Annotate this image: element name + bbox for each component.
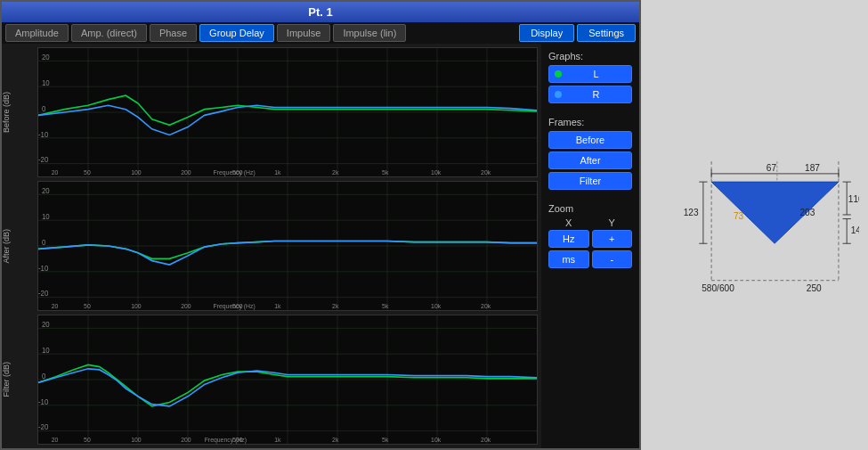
display-button[interactable]: Display <box>519 24 574 42</box>
frames-label: Frames: <box>548 117 632 127</box>
svg-text:1k: 1k <box>274 301 281 310</box>
svg-text:67: 67 <box>767 163 777 173</box>
before-ylabel: Before (dB) <box>2 92 37 133</box>
svg-text:203: 203 <box>799 208 815 217</box>
charts-area: Before (dB) <box>2 44 639 448</box>
svg-text:0: 0 <box>42 237 46 247</box>
svg-text:187: 187 <box>805 163 820 173</box>
graphs-label: Graphs: <box>548 51 632 61</box>
svg-text:20: 20 <box>42 53 50 62</box>
svg-text:0: 0 <box>42 371 46 380</box>
legend-l-dot <box>555 70 562 78</box>
tab-amplitude[interactable]: Amplitude <box>5 24 69 42</box>
svg-text:2k: 2k <box>332 435 339 444</box>
svg-text:200: 200 <box>181 435 191 444</box>
frame-after-button[interactable]: After <box>548 151 632 169</box>
legend-l[interactable]: L <box>548 65 632 83</box>
svg-text:14: 14 <box>851 225 859 235</box>
zoom-x-label: X <box>548 217 589 228</box>
before-graph-container: Before (dB) <box>2 47 538 177</box>
graphs-section: Graphs: L R <box>548 51 632 106</box>
svg-text:1k: 1k <box>274 168 281 176</box>
svg-text:100: 100 <box>131 168 141 176</box>
display-settings: Display Settings <box>519 24 636 42</box>
svg-text:20: 20 <box>52 168 59 176</box>
filter-graph: 20 10 0 -10 -20 20 50 100 200 500 1k 2k … <box>37 315 538 445</box>
svg-text:2k: 2k <box>332 168 339 176</box>
svg-text:Frequency (Hz): Frequency (Hz) <box>205 435 247 444</box>
svg-text:110: 110 <box>848 194 859 204</box>
tab-bar: Amplitude Amp. (direct) Phase Group Dela… <box>5 24 406 42</box>
zoom-ms-button[interactable]: ms <box>548 250 589 268</box>
svg-marker-99 <box>711 182 839 243</box>
svg-text:250: 250 <box>807 283 822 293</box>
frame-before-button[interactable]: Before <box>548 131 632 149</box>
svg-text:-10: -10 <box>38 263 49 273</box>
zoom-axis-labels: X Y <box>548 217 632 228</box>
title-bar: Pt. 1 <box>2 2 639 22</box>
svg-text:200: 200 <box>181 168 191 176</box>
svg-text:-10: -10 <box>38 129 49 139</box>
svg-text:100: 100 <box>131 301 141 310</box>
svg-text:20: 20 <box>42 186 50 196</box>
tab-impulse-lin[interactable]: Impulse (lin) <box>333 24 406 42</box>
svg-text:50: 50 <box>84 301 91 310</box>
svg-text:-20: -20 <box>38 422 49 432</box>
svg-text:2k: 2k <box>332 301 339 310</box>
svg-text:-20: -20 <box>38 289 49 299</box>
settings-button[interactable]: Settings <box>577 24 636 42</box>
svg-text:20: 20 <box>52 435 59 444</box>
zoom-section: Zoom X Y Hz + ms - <box>548 203 632 268</box>
tab-amp-direct[interactable]: Amp. (direct) <box>71 24 147 42</box>
svg-text:10k: 10k <box>431 301 441 310</box>
svg-text:73: 73 <box>734 211 744 221</box>
side-controls: Graphs: L R Frames: Before After Filter … <box>541 44 639 448</box>
svg-text:0: 0 <box>42 103 46 113</box>
frames-section: Frames: Before After Filter <box>548 117 632 192</box>
svg-text:100: 100 <box>131 435 141 444</box>
svg-text:5k: 5k <box>382 168 389 176</box>
zoom-plus-button[interactable]: + <box>592 230 633 248</box>
after-graph: 20 10 0 -10 -20 20 50 100 200 500 1k 2k … <box>37 181 538 311</box>
title-text: Pt. 1 <box>308 5 332 19</box>
svg-text:10: 10 <box>42 78 50 88</box>
legend-l-text: L <box>566 69 626 79</box>
legend-r[interactable]: R <box>548 86 632 103</box>
svg-text:10k: 10k <box>431 168 441 176</box>
filter-ylabel: Filter (dB) <box>2 362 37 397</box>
svg-text:Frequency (Hz): Frequency (Hz) <box>213 301 255 310</box>
svg-text:5k: 5k <box>382 301 389 310</box>
svg-text:50: 50 <box>84 435 91 444</box>
svg-text:-20: -20 <box>38 155 49 165</box>
before-graph: 20 10 0 -10 -20 20 50 100 200 500 1k 2k … <box>37 47 538 177</box>
top-controls: Amplitude Amp. (direct) Phase Group Dela… <box>2 22 639 44</box>
legend-r-text: R <box>566 89 626 100</box>
tab-group-delay[interactable]: Group Delay <box>199 24 274 42</box>
svg-text:-10: -10 <box>38 397 49 406</box>
svg-text:10k: 10k <box>431 435 441 444</box>
svg-text:20k: 20k <box>481 435 491 444</box>
svg-text:50: 50 <box>84 168 91 176</box>
tab-impulse[interactable]: Impulse <box>277 24 331 42</box>
zoom-y-label: Y <box>592 217 633 228</box>
right-panel: 67 187 123 73 203 110 14 580/600 250 <box>641 0 868 450</box>
svg-text:123: 123 <box>684 208 699 217</box>
svg-text:20: 20 <box>42 320 50 330</box>
filter-graph-container: Filter (dB) <box>2 315 538 445</box>
main-panel: Pt. 1 Amplitude Amp. (direct) Phase Grou… <box>0 0 641 450</box>
svg-text:20k: 20k <box>481 301 491 310</box>
zoom-minus-button[interactable]: - <box>592 250 633 268</box>
zoom-hz-button[interactable]: Hz <box>548 230 589 248</box>
svg-text:10: 10 <box>42 346 50 356</box>
tab-phase[interactable]: Phase <box>150 24 197 42</box>
svg-text:5k: 5k <box>382 435 389 444</box>
svg-text:580/600: 580/600 <box>702 283 734 293</box>
frame-filter-button[interactable]: Filter <box>548 172 632 190</box>
svg-text:Frequency (Hz): Frequency (Hz) <box>213 168 255 176</box>
svg-text:200: 200 <box>181 301 191 310</box>
svg-text:20k: 20k <box>481 168 491 176</box>
zoom-buttons: Hz + ms - <box>548 230 632 268</box>
legend-r-dot <box>555 91 562 98</box>
zoom-label: Zoom <box>548 203 632 214</box>
after-graph-container: After (dB) <box>2 181 538 311</box>
